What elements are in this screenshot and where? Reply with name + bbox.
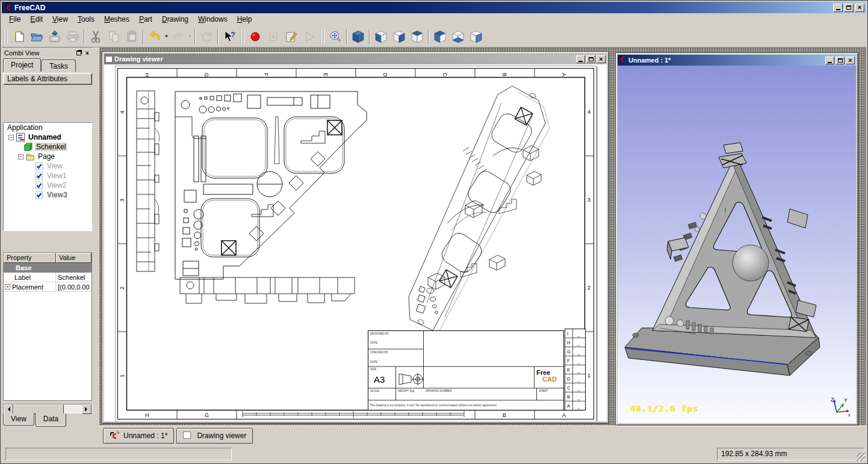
macro-record-button[interactable] [247, 28, 264, 45]
tree-item-view[interactable]: View [4, 161, 91, 171]
freecad-logo-icon [5, 4, 12, 11]
macro-record-icon [249, 30, 262, 43]
paste-icon [125, 30, 138, 43]
menu-tools[interactable]: Tools [73, 14, 99, 25]
mdi-tab-drawing-viewer[interactable]: Drawing viewer [176, 428, 253, 444]
menu-file[interactable]: File [4, 14, 25, 25]
tree-item-schenkel[interactable]: Schenkel [4, 142, 91, 152]
svg-text:_: _ [577, 377, 580, 382]
view-front-button[interactable] [373, 28, 389, 45]
view3d-canvas[interactable]: 48.1/2.6 fps Z Y x [618, 66, 856, 423]
cut-button[interactable] [87, 28, 104, 45]
svg-text:3: 3 [587, 197, 591, 203]
toolbar-handle[interactable] [4, 29, 8, 44]
mdi-window-tabbar: Unnamed : 1* Drawing viewer [99, 425, 866, 445]
macro-play-button[interactable] [301, 28, 318, 45]
view-bottom-button[interactable] [450, 28, 467, 45]
resize-grip[interactable] [857, 453, 865, 461]
mdi-maximize-button[interactable] [835, 57, 845, 64]
collapse-icon[interactable]: − [18, 154, 23, 159]
drawing-viewer-canvas[interactable]: H G F E D C B A H G B [104, 64, 607, 421]
fit-all-button[interactable] [327, 28, 344, 45]
tab-data[interactable]: Data [36, 413, 66, 427]
tree-item-document[interactable]: − Unnamed [4, 132, 91, 142]
float-panel-icon[interactable] [75, 49, 82, 57]
scroll-left-button[interactable] [4, 404, 13, 414]
menu-drawing[interactable]: Drawing [157, 14, 193, 25]
close-button[interactable]: × [855, 4, 864, 12]
scrollbar-thumb[interactable] [13, 404, 64, 414]
view-right-button[interactable] [409, 28, 426, 45]
tab-project[interactable]: Project [3, 58, 41, 72]
menu-bar: File Edit View Tools Meshes Part Drawing… [2, 13, 866, 26]
scroll-right-button[interactable] [82, 404, 91, 414]
refresh-button[interactable] [198, 28, 215, 45]
close-panel-icon[interactable]: × [84, 49, 91, 57]
save-button[interactable] [46, 28, 63, 45]
tree-item-view1[interactable]: View1 [4, 171, 91, 181]
model-tree: Application − Unnamed Schenkel − Pag [3, 122, 92, 231]
mdi-tab-unnamed[interactable]: Unnamed : 1* [103, 428, 174, 444]
undo-dropdown[interactable]: ▼ [164, 28, 169, 45]
menu-part[interactable]: Part [134, 14, 157, 25]
view-rear-button[interactable] [432, 28, 448, 45]
view-top-button[interactable] [391, 28, 408, 45]
redo-dropdown[interactable]: ▼ [187, 28, 193, 45]
mdi-close-button[interactable]: × [846, 57, 855, 64]
toolbar-handle[interactable] [320, 29, 324, 44]
toolbar-separator [369, 29, 370, 44]
svg-text:_: _ [577, 332, 580, 337]
value-column-header[interactable]: Value [56, 253, 91, 263]
collapse-icon[interactable]: − [8, 135, 14, 140]
mdi-minimize-button[interactable] [576, 55, 585, 63]
freecad-main-window: FreeCAD × File Edit View Tools Meshes Pa… [0, 0, 868, 464]
menu-windows[interactable]: Windows [193, 14, 232, 25]
mdi-minimize-button[interactable] [825, 57, 834, 64]
title-bar: FreeCAD × [2, 2, 866, 13]
view3d-titlebar[interactable]: Unnamed : 1* × [618, 55, 856, 66]
svg-text:_: _ [577, 404, 580, 409]
expand-icon[interactable]: + [5, 284, 10, 289]
open-button[interactable] [28, 28, 45, 45]
svg-text:?: ? [231, 30, 235, 39]
menu-view[interactable]: View [48, 14, 73, 25]
mdi-close-button[interactable]: × [597, 55, 606, 63]
tree-item-application[interactable]: Application [4, 123, 91, 132]
view-left-button[interactable] [468, 28, 485, 45]
toolbar-separator [84, 29, 85, 44]
tree-item-view2[interactable]: View2 [4, 181, 91, 190]
tree-item-view3[interactable]: View3 [4, 190, 91, 200]
property-column-header[interactable]: Property [4, 253, 56, 263]
paste-button[interactable] [123, 28, 140, 45]
print-button[interactable] [64, 28, 81, 45]
tab-tasks[interactable]: Tasks [42, 60, 76, 72]
macro-edit-button[interactable] [283, 28, 300, 45]
mdi-maximize-button[interactable] [586, 55, 595, 63]
undo-button[interactable] [146, 28, 163, 45]
menu-meshes[interactable]: Meshes [99, 14, 134, 25]
svg-text:F: F [567, 358, 570, 363]
toolbar-handle[interactable] [240, 29, 244, 44]
property-row-placement[interactable]: +Placement [(0.00,0.00 [4, 282, 91, 292]
view-axonometric-button[interactable] [350, 28, 367, 45]
new-file-button[interactable] [10, 28, 27, 45]
copy-button[interactable] [105, 28, 122, 45]
drawing-viewer-titlebar[interactable]: Drawing viewer × [104, 54, 607, 64]
freecad-logo-text2: CAD [542, 376, 557, 383]
svg-text:WEIGHT (kg): WEIGHT (kg) [398, 389, 415, 392]
menu-edit[interactable]: Edit [25, 14, 48, 25]
view-page-icon [35, 162, 43, 170]
menu-help[interactable]: Help [232, 14, 257, 25]
svg-text:SHEET: SHEET [539, 389, 548, 392]
property-row-label[interactable]: Label Schenkel [4, 273, 91, 282]
whats-this-button[interactable]: ? [221, 28, 238, 45]
tree-item-page[interactable]: − Page [4, 152, 91, 161]
redo-button[interactable] [170, 28, 187, 45]
tree-horizontal-scrollbar[interactable] [3, 404, 92, 413]
macro-stop-button[interactable] [265, 28, 282, 45]
maximize-button[interactable] [844, 4, 854, 12]
minimize-button[interactable] [833, 4, 843, 12]
svg-text:G: G [203, 73, 209, 77]
tab-view[interactable]: View [3, 413, 34, 425]
model-3d [618, 66, 856, 423]
